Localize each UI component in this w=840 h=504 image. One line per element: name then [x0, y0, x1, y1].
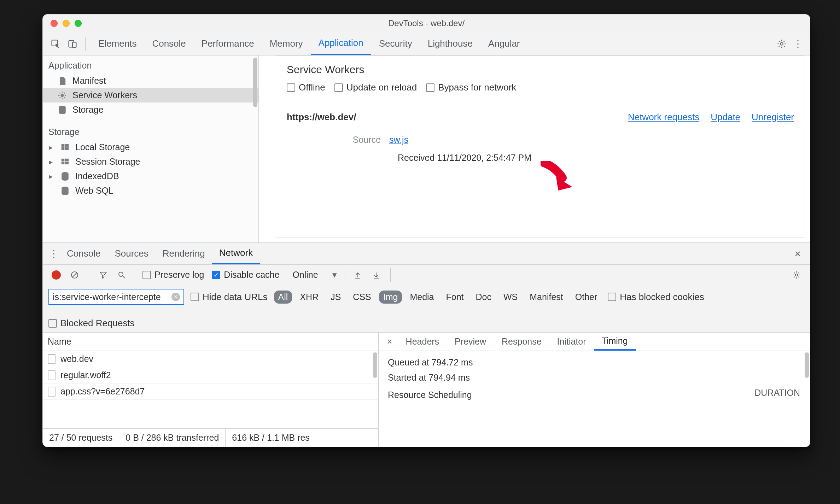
filter-chip-font[interactable]: Font	[442, 291, 468, 304]
chevron-down-icon: ▾	[332, 270, 337, 280]
sidebar-item-web-sql[interactable]: Web SQL	[43, 183, 258, 198]
update-link[interactable]: Update	[711, 112, 740, 123]
search-icon[interactable]	[114, 267, 129, 283]
zoom-icon[interactable]	[75, 20, 82, 27]
network-requests-link[interactable]: Network requests	[628, 112, 699, 123]
sidebar-item-local-storage[interactable]: ▸Local Storage	[43, 140, 258, 154]
filter-chip-img[interactable]: Img	[379, 291, 402, 304]
network-filter-bar: × Hide data URLs AllXHRJSCSSImgMediaFont…	[43, 285, 810, 333]
timing-queued: Queued at 794.72 ms	[388, 357, 801, 368]
tab-performance[interactable]: Performance	[194, 32, 262, 55]
titlebar: DevTools - web.dev/	[43, 14, 810, 32]
detail-tab-headers[interactable]: Headers	[398, 333, 447, 351]
filter-chip-xhr[interactable]: XHR	[296, 291, 323, 304]
tab-console[interactable]: Console	[144, 32, 193, 55]
caret-right-icon: ▸	[49, 172, 55, 181]
scrollbar[interactable]	[373, 352, 377, 378]
detail-tab-response[interactable]: Response	[494, 333, 549, 351]
tab-angular[interactable]: Angular	[480, 32, 528, 55]
detail-tab-initiator[interactable]: Initiator	[549, 333, 594, 351]
column-header-name[interactable]: Name	[43, 333, 378, 351]
grid-icon	[60, 143, 70, 152]
filter-chip-other[interactable]: Other	[571, 291, 602, 304]
download-har-icon[interactable]	[368, 267, 384, 283]
sidebar-item-storage[interactable]: Storage	[43, 102, 258, 117]
caret-right-icon: ▸	[49, 158, 55, 166]
close-detail-icon[interactable]: ×	[381, 336, 398, 347]
timing-duration-header: DURATION	[754, 388, 800, 398]
detail-tab-timing[interactable]: Timing	[594, 333, 636, 351]
request-row[interactable]: web.dev	[43, 351, 378, 367]
file-icon	[48, 370, 56, 380]
drawer-close-icon[interactable]: ×	[790, 248, 805, 260]
filter-chip-ws[interactable]: WS	[499, 291, 522, 304]
tab-elements[interactable]: Elements	[91, 32, 144, 55]
sidebar-item-manifest[interactable]: Manifest	[43, 74, 258, 88]
blocked-requests-checkbox[interactable]: Blocked Requests	[48, 318, 135, 329]
svg-rect-11	[65, 159, 69, 161]
devtools-window: DevTools - web.dev/ ElementsConsolePerfo…	[42, 14, 810, 447]
detail-tab-preview[interactable]: Preview	[447, 333, 494, 351]
tab-lighthouse[interactable]: Lighthouse	[420, 32, 480, 55]
request-row[interactable]: regular.woff2	[43, 367, 378, 383]
tab-application[interactable]: Application	[311, 32, 371, 55]
network-settings-icon[interactable]	[789, 267, 804, 283]
request-list-pane: Name web.devregular.woff2app.css?v=6e276…	[43, 333, 379, 447]
sidebar-item-service-workers[interactable]: Service Workers	[43, 88, 258, 102]
tab-memory[interactable]: Memory	[262, 32, 311, 55]
file-icon	[48, 387, 56, 397]
has-blocked-cookies-checkbox[interactable]: Has blocked cookies	[608, 292, 704, 303]
upload-har-icon[interactable]	[350, 267, 366, 283]
filter-chip-media[interactable]: Media	[406, 291, 438, 304]
sidebar-item-indexeddb[interactable]: ▸IndexedDB	[43, 169, 258, 183]
main-tabbar: ElementsConsolePerformanceMemoryApplicat…	[43, 32, 810, 55]
filter-icon[interactable]	[95, 267, 111, 283]
scrollbar[interactable]	[253, 58, 257, 107]
sidebar-item-session-storage[interactable]: ▸Session Storage	[43, 154, 258, 169]
received-text: Received 11/11/2020, 2:54:47 PM	[398, 153, 794, 163]
throttle-select[interactable]: Online ▾	[285, 268, 344, 282]
gear-icon	[57, 91, 68, 100]
source-link[interactable]: sw.js	[389, 135, 408, 145]
filter-chip-css[interactable]: CSS	[349, 291, 375, 304]
window-title: DevTools - web.dev/	[43, 18, 810, 28]
svg-rect-13	[65, 162, 69, 164]
network-status-bar: 27 / 50 requests 0 B / 286 kB transferre…	[43, 428, 378, 447]
bypass-for-network-checkbox[interactable]: Bypass for network	[426, 82, 516, 93]
device-toggle-icon[interactable]	[65, 36, 80, 52]
drawer-tab-console[interactable]: Console	[60, 243, 107, 264]
service-workers-panel: Service Workers Offline Update on reload…	[259, 55, 810, 242]
record-button[interactable]	[48, 267, 64, 283]
svg-rect-6	[62, 144, 64, 147]
disable-cache-checkbox[interactable]: ✓Disable cache	[212, 270, 279, 280]
svg-point-4	[61, 94, 64, 96]
timing-scheduling: Resource Scheduling	[388, 390, 801, 400]
filter-chip-doc[interactable]: Doc	[472, 291, 496, 304]
settings-icon[interactable]	[774, 36, 789, 52]
offline-checkbox[interactable]: Offline	[287, 82, 325, 93]
svg-rect-9	[65, 147, 69, 150]
request-detail-pane: × HeadersPreviewResponseInitiatorTiming …	[379, 333, 810, 447]
drawer-kebab-icon[interactable]: ⋮	[48, 248, 60, 259]
preserve-log-checkbox[interactable]: Preserve log	[142, 270, 204, 280]
request-row[interactable]: app.css?v=6e2768d7	[43, 383, 378, 400]
filter-chip-js[interactable]: JS	[326, 291, 345, 304]
close-icon[interactable]	[51, 20, 58, 27]
kebab-icon[interactable]: ⋮	[791, 38, 805, 49]
filter-chip-manifest[interactable]: Manifest	[525, 291, 567, 304]
unregister-link[interactable]: Unregister	[752, 112, 794, 123]
tab-security[interactable]: Security	[371, 32, 420, 55]
drawer-tab-network[interactable]: Network	[212, 243, 260, 264]
drawer-tab-rendering[interactable]: Rendering	[156, 243, 212, 264]
clear-icon[interactable]	[67, 267, 82, 283]
status-transferred: 0 B / 286 kB transferred	[119, 429, 226, 447]
drawer-tab-sources[interactable]: Sources	[107, 243, 155, 264]
clear-filter-icon[interactable]: ×	[171, 293, 180, 301]
filter-input[interactable]: ×	[48, 289, 184, 305]
inspect-icon[interactable]	[48, 36, 63, 52]
update-on-reload-checkbox[interactable]: Update on reload	[334, 82, 417, 93]
hide-data-urls-checkbox[interactable]: Hide data URLs	[191, 292, 268, 303]
filter-chip-all[interactable]: All	[274, 291, 292, 304]
scrollbar[interactable]	[805, 352, 809, 378]
minimize-icon[interactable]	[63, 20, 70, 27]
